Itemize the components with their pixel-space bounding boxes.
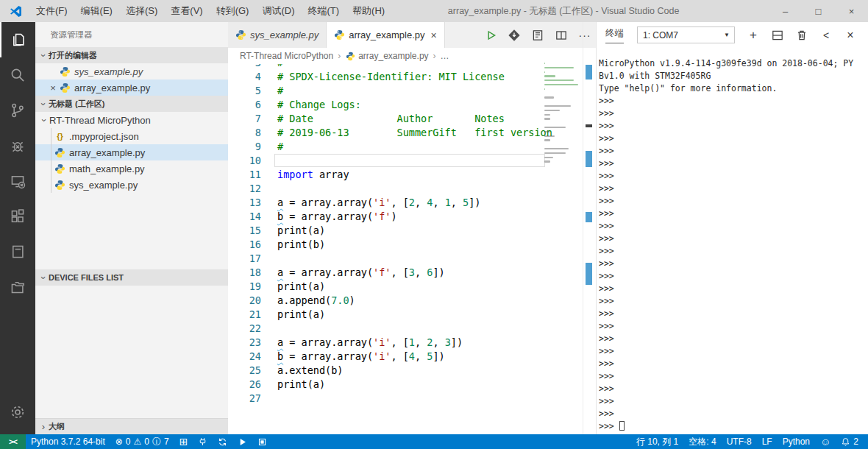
terminal-tab[interactable]: 终端 <box>605 27 624 43</box>
split-terminal-icon[interactable] <box>771 29 784 42</box>
activity-bar <box>0 22 35 434</box>
vscode-window: { "titlebar": { "menus": ["文件(F)", "编辑(E… <box>0 0 868 449</box>
sidebar-title: 资源管理器 <box>35 22 228 47</box>
menu-item[interactable]: 终端(T) <box>301 4 346 18</box>
terminal-output[interactable]: MicroPython v1.9.4-114-g309fe39d on 2018… <box>599 57 868 434</box>
terminal-prompt-line: >>> <box>599 395 868 408</box>
tab-close-icon[interactable]: × <box>431 29 437 41</box>
explorer-icon[interactable] <box>0 22 35 57</box>
indentation[interactable]: 空格: 4 <box>683 436 721 448</box>
remote-indicator[interactable]: >< <box>0 434 26 449</box>
terminal-selector[interactable]: 1: COM7 ▼ <box>637 26 735 43</box>
menu-item[interactable]: 查看(V) <box>164 4 209 18</box>
board-icon[interactable] <box>531 29 544 42</box>
minimap-line <box>544 79 574 81</box>
menu-item[interactable]: 文件(F) <box>29 4 74 18</box>
code-area[interactable]: 3#4# SPDX-License-Identifier: MIT Licens… <box>228 64 596 434</box>
close-icon[interactable]: × <box>47 82 59 93</box>
open-editor-item[interactable]: sys_example.py <box>35 63 228 79</box>
code-line: 21print(a) <box>228 308 596 322</box>
tree-file-item[interactable]: math_example.py <box>35 160 228 177</box>
breadcrumb-tail[interactable]: … <box>441 51 449 61</box>
tree-file-item[interactable]: {}.mpyproject.json <box>35 128 228 144</box>
info-icon: ⓘ <box>152 436 161 448</box>
tree-file-item[interactable]: array_example.py <box>35 144 228 160</box>
remote-device-icon[interactable] <box>0 163 35 199</box>
plug-icon[interactable] <box>193 437 213 447</box>
minimap[interactable] <box>544 63 580 169</box>
code-line: 19print(a) <box>228 280 596 294</box>
maximize-button[interactable]: □ <box>802 0 835 22</box>
notifications-bell[interactable]: 2 <box>836 436 864 447</box>
line-number: 24 <box>228 350 261 364</box>
breadcrumb-file[interactable]: array_example.py <box>358 51 428 61</box>
chevron-icon[interactable]: < <box>819 29 833 42</box>
terminal-cursor <box>619 421 625 431</box>
debug-icon[interactable] <box>0 128 35 163</box>
indent-guide <box>51 128 51 193</box>
open-editor-item[interactable]: ×array_example.py <box>35 79 228 96</box>
minimap-line <box>544 118 550 119</box>
settings-gear-icon[interactable] <box>0 395 35 430</box>
minimize-button[interactable]: – <box>769 0 802 22</box>
run-file-icon[interactable] <box>484 29 497 42</box>
encoding[interactable]: UTF-8 <box>722 436 757 447</box>
language-mode[interactable]: Python <box>778 436 815 447</box>
extensions-icon[interactable] <box>0 199 35 234</box>
section-open-editors[interactable]: ›打开的编辑器 <box>35 47 228 63</box>
terminal-input-line[interactable]: >>> <box>599 420 868 433</box>
tab-sys-example[interactable]: sys_example.py <box>228 22 327 48</box>
cursor-position[interactable]: 行 10, 列 1 <box>631 436 683 448</box>
window-title: array_example.py - 无标题 (工作区) - Visual St… <box>448 5 679 18</box>
menu-item[interactable]: 选择(S) <box>119 4 164 18</box>
menu-item[interactable]: 调试(D) <box>255 4 301 18</box>
kill-terminal-icon[interactable] <box>795 29 808 42</box>
menu-item[interactable]: 转到(G) <box>210 4 256 18</box>
split-editor-icon[interactable] <box>555 29 568 42</box>
project-files-icon[interactable] <box>0 234 35 269</box>
chevron-right-icon: › <box>38 421 49 432</box>
section-outline[interactable]: ›大纲 <box>35 418 228 434</box>
line-number: 15 <box>228 224 261 238</box>
feedback-smiley-icon[interactable]: ☺ <box>815 436 836 448</box>
close-button[interactable]: × <box>835 0 868 22</box>
section-workspace[interactable]: ›无标题 (工作区) <box>35 96 228 112</box>
tree-folder-rt-thread[interactable]: ›RT-Thread MicroPython <box>35 112 228 128</box>
tree-file-item[interactable]: sys_example.py <box>35 177 228 193</box>
dropdown-arrow-icon: ▼ <box>724 32 730 38</box>
line-number: 19 <box>228 280 261 294</box>
terminal-prompt-line: >>> <box>599 383 868 395</box>
python-interpreter[interactable]: Python 3.7.2 64-bit <box>26 436 110 447</box>
line-number: 26 <box>228 378 261 392</box>
terminal-prompt-line: >>> <box>599 308 868 320</box>
terminal-prompt-line: >>> <box>599 270 868 283</box>
overview-ruler[interactable] <box>583 22 596 434</box>
close-panel-icon[interactable]: × <box>844 29 857 42</box>
source-control-icon[interactable] <box>0 93 35 128</box>
terminal-line: MicroPython v1.9.4-114-g309fe39d on 2018… <box>599 57 868 70</box>
menu-item[interactable]: 编辑(E) <box>74 4 119 18</box>
new-terminal-icon[interactable]: + <box>747 29 760 42</box>
menu-item[interactable]: 帮助(H) <box>346 4 391 18</box>
sync-icon[interactable] <box>213 437 232 447</box>
folders-icon[interactable] <box>0 269 35 305</box>
run-icon[interactable] <box>232 437 252 447</box>
terminal-prompt-line: >>> <box>599 258 868 270</box>
stop-icon[interactable] <box>252 437 272 447</box>
eol-sequence[interactable]: LF <box>757 436 778 447</box>
python-file-icon <box>54 147 65 158</box>
section-device-files[interactable]: ›DEVICE FILES LIST <box>35 269 228 286</box>
terminal-prompt-line: >>> <box>599 95 868 107</box>
tab-array-example[interactable]: array_example.py × <box>327 22 445 48</box>
problems-indicator[interactable]: ⊗0 ⚠0 ⓘ7 <box>110 436 174 448</box>
new-project-icon[interactable]: ⊞ <box>174 436 193 448</box>
code-line: 22 <box>228 322 596 336</box>
line-number: 18 <box>228 266 261 280</box>
line-number: 4 <box>228 70 261 84</box>
breadcrumb[interactable]: RT-Thread MicroPython › array_example.py… <box>228 48 596 64</box>
breadcrumb-root[interactable]: RT-Thread MicroPython <box>240 51 333 61</box>
search-icon[interactable] <box>0 57 35 93</box>
overview-marker <box>586 151 592 167</box>
editor-group: sys_example.py array_example.py × ··· RT… <box>228 22 596 434</box>
download-diamond-icon[interactable] <box>508 29 521 42</box>
